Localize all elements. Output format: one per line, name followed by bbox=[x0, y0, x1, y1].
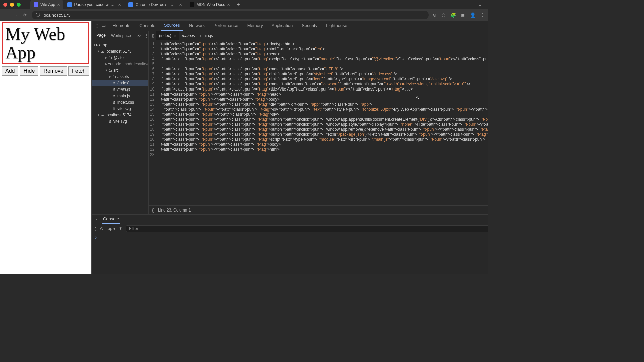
console-prompt[interactable]: > bbox=[95, 235, 97, 240]
browser-tab[interactable]: Vite App✕ bbox=[30, 0, 63, 9]
file-tree-item[interactable]: 🗎vite.svg bbox=[92, 118, 148, 124]
editor-tab[interactable]: main.js bbox=[198, 31, 216, 40]
window-close[interactable] bbox=[3, 3, 7, 7]
file-tree-item[interactable]: ▼🗀src bbox=[92, 67, 148, 73]
file-tree-item[interactable]: ▶🗀@vite bbox=[92, 54, 148, 61]
tab-title: MDN Web Docs bbox=[196, 2, 225, 7]
chevron-down-icon[interactable]: ⌄ bbox=[478, 2, 482, 7]
browser-tab[interactable]: MDN Web Docs✕ bbox=[186, 0, 233, 9]
editor-tab[interactable]: (index)✕ bbox=[156, 31, 179, 40]
forward-icon[interactable]: → bbox=[13, 12, 18, 18]
console-filter-input[interactable]: Filter bbox=[126, 225, 488, 232]
devtools-tab-memory[interactable]: Memory bbox=[244, 21, 266, 31]
devtools-tab-network[interactable]: Network bbox=[185, 21, 208, 31]
back-icon[interactable]: ← bbox=[3, 12, 9, 18]
devtools-tab-security[interactable]: Security bbox=[298, 21, 321, 31]
tab-title: Chrome DevTools | Chrome bbox=[135, 2, 177, 7]
site-info-icon[interactable]: ⓘ bbox=[36, 12, 40, 18]
sources-more-tabs[interactable]: >> bbox=[135, 33, 143, 38]
devtools-tab-sources[interactable]: Sources bbox=[161, 21, 183, 31]
editor-tab-label: (index) bbox=[159, 33, 171, 38]
address-bar[interactable]: ⓘ localhost:5173 bbox=[32, 11, 429, 19]
devtools-tab-application[interactable]: Application bbox=[268, 21, 297, 31]
remove-button[interactable]: Remove bbox=[40, 66, 67, 76]
page-viewport: My Web App AddHideRemoveFetch bbox=[0, 21, 91, 274]
file-tree-item[interactable]: 🗎index.css bbox=[92, 99, 148, 105]
file-tree-item[interactable]: ▶🗀assets bbox=[92, 73, 148, 80]
cursor-position: Line 23, Column 1 bbox=[158, 208, 191, 213]
browser-chrome: Vite App✕Pause your code with breakp✕Chr… bbox=[0, 0, 488, 21]
extensions-icon[interactable]: 🧩 bbox=[450, 12, 456, 18]
favicon bbox=[67, 2, 72, 7]
console-tab[interactable]: Console bbox=[102, 215, 120, 224]
browser-tab[interactable]: Pause your code with breakp✕ bbox=[64, 0, 124, 9]
devtools-tab-performance[interactable]: Performance bbox=[210, 21, 241, 31]
zoom-icon[interactable]: ⊖ bbox=[433, 12, 437, 18]
hide-button[interactable]: Hide bbox=[20, 66, 38, 76]
file-tree-item[interactable]: ▼☁localhost:5174 bbox=[92, 112, 148, 118]
window-minimize[interactable] bbox=[10, 3, 14, 7]
file-tree-item[interactable]: ▶🗀node_modules/vite/dis bbox=[92, 61, 148, 67]
console-drawer: ⋮ Console ✕ ▯ ⊘ top ▾ 👁 Filter Default l… bbox=[92, 214, 488, 274]
tab-close-icon[interactable]: ✕ bbox=[173, 33, 177, 38]
file-tree-item[interactable]: 🗎(index) bbox=[92, 80, 148, 86]
editor-tab[interactable]: main.js bbox=[179, 31, 198, 40]
device-icon[interactable]: ▭ bbox=[102, 23, 106, 28]
devtools-tab-console[interactable]: Console bbox=[136, 21, 159, 31]
code-editor[interactable]: 1234567891011121314151617181920212223 "t… bbox=[149, 40, 488, 205]
file-tree-item[interactable]: 🗎main.js bbox=[92, 93, 148, 99]
drawer-menu-icon[interactable]: ⋮ bbox=[94, 217, 98, 222]
context-selector[interactable]: top ▾ bbox=[107, 226, 115, 231]
editor-tab-label: main.js bbox=[200, 33, 213, 38]
menu-icon[interactable]: ⋮ bbox=[480, 12, 485, 18]
page-heading: My Web App bbox=[5, 25, 86, 62]
toggle-navigator-icon[interactable]: ▯ bbox=[150, 33, 156, 38]
devtools-tab-lighthouse[interactable]: Lighthouse bbox=[323, 21, 351, 31]
live-expression-icon[interactable]: 👁 bbox=[119, 226, 123, 231]
tab-title: Vite App bbox=[40, 2, 55, 7]
devtools-panel: ⬚ ▭ ElementsConsoleSourcesNetworkPerform… bbox=[91, 21, 488, 274]
favicon bbox=[34, 2, 38, 7]
clear-console-icon[interactable]: ⊘ bbox=[100, 226, 103, 231]
file-tree-item[interactable]: ▼▸◂top bbox=[92, 42, 148, 48]
sources-page-tab[interactable]: Page bbox=[94, 33, 108, 38]
favicon bbox=[128, 2, 133, 7]
kebab-icon[interactable]: ⋮ bbox=[145, 33, 149, 38]
profile-icon[interactable]: 👤 bbox=[470, 12, 476, 18]
tab-close-icon[interactable]: ✕ bbox=[179, 3, 182, 7]
braces-icon[interactable]: {} bbox=[152, 208, 155, 213]
panel-icon[interactable]: ▣ bbox=[461, 12, 465, 18]
browser-tab[interactable]: Chrome DevTools | Chrome✕ bbox=[125, 0, 185, 9]
window-maximize[interactable] bbox=[17, 3, 21, 7]
favicon bbox=[190, 2, 194, 7]
reload-icon[interactable]: ⟳ bbox=[22, 12, 28, 18]
file-tree-item[interactable]: 🗎main.js bbox=[92, 86, 148, 93]
tab-title: Pause your code with breakp bbox=[74, 2, 116, 7]
sidebar-toggle-icon[interactable]: ▯ bbox=[94, 226, 97, 231]
tab-close-icon[interactable]: ✕ bbox=[227, 3, 230, 7]
tab-close-icon[interactable]: ✕ bbox=[57, 3, 60, 7]
editor-tab-label: main.js bbox=[182, 33, 195, 38]
sources-workspace-tab[interactable]: Workspace bbox=[109, 33, 133, 38]
file-tree-item[interactable]: ▼☁localhost:5173 bbox=[92, 48, 148, 54]
tab-close-icon[interactable]: ✕ bbox=[118, 3, 121, 7]
devtools-tab-elements[interactable]: Elements bbox=[109, 21, 134, 31]
fetch-button[interactable]: Fetch bbox=[68, 66, 89, 76]
url-text: localhost:5173 bbox=[43, 13, 71, 18]
inspect-icon[interactable]: ⬚ bbox=[94, 23, 98, 28]
bookmark-icon[interactable]: ☆ bbox=[441, 12, 446, 18]
file-tree-item[interactable]: 🗎vite.svg bbox=[92, 105, 148, 112]
add-button[interactable]: Add bbox=[2, 66, 18, 76]
new-tab-button[interactable]: + bbox=[234, 2, 243, 8]
